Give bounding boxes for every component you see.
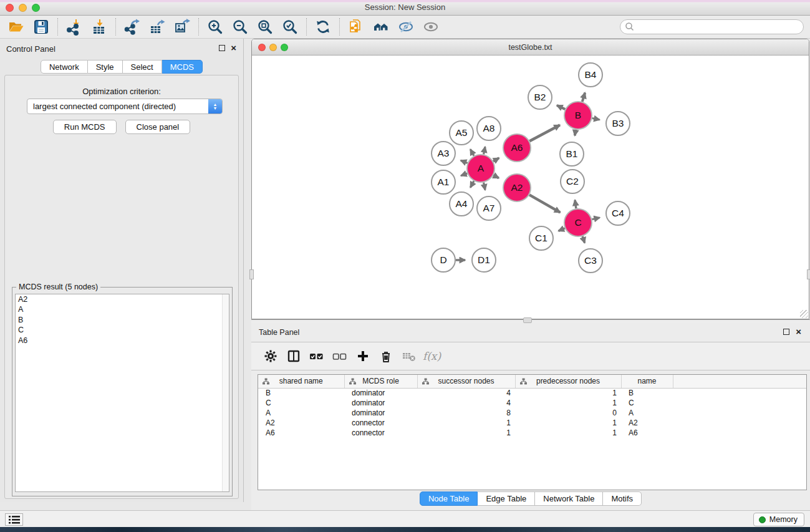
run-mcds-button[interactable]: Run MCDS <box>53 120 117 134</box>
table-tab-edge-table[interactable]: Edge Table <box>478 491 535 506</box>
export-network-button[interactable] <box>120 17 145 37</box>
tab-mcds[interactable]: MCDS <box>162 60 203 74</box>
table-cell[interactable]: connector <box>344 418 417 428</box>
table-row[interactable]: Adominator80A <box>258 408 806 418</box>
network-from-selection-button[interactable] <box>344 17 369 37</box>
hide-selected-button[interactable] <box>393 17 418 37</box>
table-cell[interactable]: A <box>621 408 673 418</box>
function-builder-button[interactable]: f(x) <box>420 346 443 366</box>
tab-network[interactable]: Network <box>41 60 88 74</box>
zoom-out-button[interactable] <box>228 17 253 37</box>
table-cell[interactable]: 1 <box>417 418 515 428</box>
memory-button[interactable]: Memory <box>753 513 804 526</box>
table-cell[interactable]: 1 <box>515 428 621 438</box>
mcds-result-item[interactable]: C <box>16 325 229 335</box>
table-row[interactable]: Cdominator41C <box>258 398 806 408</box>
graph-edge-A6-B[interactable] <box>529 125 560 141</box>
mcds-result-item[interactable]: A <box>16 304 229 314</box>
column-header-successor-nodes[interactable]: successor nodes <box>417 375 515 388</box>
table-cell[interactable]: A2 <box>621 418 673 428</box>
save-session-button[interactable] <box>29 17 54 37</box>
table-settings-button[interactable] <box>259 346 282 366</box>
table-cell[interactable]: 1 <box>417 428 515 438</box>
graph-edge-A-A5[interactable] <box>470 149 474 155</box>
select-all-columns-button[interactable] <box>305 346 328 366</box>
network-window-titlebar[interactable]: testGlobe.txt <box>252 39 809 56</box>
refresh-button[interactable] <box>311 17 335 37</box>
network-canvas[interactable]: B4B2BB3A8A5A6A3B1AA1C2A2A4A7C4CC1C3DD1 <box>252 56 809 319</box>
graph-edge-A-A1[interactable] <box>461 173 467 176</box>
table-tab-network-table[interactable]: Network Table <box>535 491 603 506</box>
graph-edge-B-B1[interactable] <box>575 130 576 136</box>
table-cell[interactable]: 1 <box>515 388 621 398</box>
table-cell[interactable]: dominator <box>344 398 417 408</box>
left-edge-handle[interactable] <box>249 269 254 279</box>
table-cell[interactable]: dominator <box>344 388 417 398</box>
column-header-MCDS-role[interactable]: MCDS role <box>344 375 417 388</box>
graph-edge-C-C4[interactable] <box>592 218 599 220</box>
graph-edge-A-A8[interactable] <box>484 147 485 154</box>
result-scrollbar[interactable] <box>222 294 229 491</box>
mcds-result-item[interactable]: B <box>16 315 229 325</box>
float-panel-icon[interactable] <box>219 45 225 51</box>
add-column-button[interactable] <box>351 346 374 366</box>
optimization-criterion-select[interactable]: largest connected component (directed) ▲… <box>27 99 223 114</box>
import-network-button[interactable] <box>62 17 87 37</box>
close-panel-icon[interactable]: × <box>231 45 236 51</box>
table-row[interactable]: Bdominator41B <box>258 388 806 398</box>
column-header-predecessor-nodes[interactable]: predecessor nodes <box>515 375 621 388</box>
table-cell[interactable]: dominator <box>344 408 417 418</box>
right-edge-handle[interactable] <box>807 269 810 279</box>
graph-edge-A2-C[interactable] <box>529 195 560 212</box>
graph-edge-B-B4[interactable] <box>582 93 585 102</box>
graph-edge-A-A3[interactable] <box>461 160 468 163</box>
import-table-button[interactable] <box>87 17 112 37</box>
table-cell[interactable]: A <box>258 408 344 418</box>
export-image-button[interactable] <box>170 17 195 37</box>
table-row[interactable]: A2connector11A2 <box>258 418 806 428</box>
graph-edge-C-C2[interactable] <box>575 200 576 208</box>
table-cell[interactable]: C <box>258 398 344 408</box>
open-session-button[interactable] <box>4 17 29 37</box>
delete-column-button[interactable] <box>374 346 397 366</box>
close-panel-button[interactable]: Close panel <box>125 120 191 134</box>
deselect-all-columns-button[interactable] <box>328 346 351 366</box>
first-neighbors-button[interactable] <box>369 17 393 37</box>
table-cell[interactable]: B <box>258 388 344 398</box>
float-table-panel-icon[interactable] <box>783 329 789 335</box>
graph-edge-B-B3[interactable] <box>592 118 600 120</box>
table-cell[interactable]: A2 <box>258 418 344 428</box>
graph-edge-C-C3[interactable] <box>582 236 584 243</box>
table-cell[interactable]: 1 <box>515 418 621 428</box>
splitter-handle[interactable] <box>523 317 532 323</box>
table-cell[interactable]: connector <box>344 428 417 438</box>
search-input[interactable] <box>620 19 804 34</box>
table-cell[interactable]: 1 <box>515 398 621 408</box>
table-cell[interactable]: 4 <box>417 398 515 408</box>
column-header-name[interactable]: name <box>621 375 673 388</box>
delete-table-button[interactable] <box>397 346 420 366</box>
table-cell[interactable]: 8 <box>417 408 515 418</box>
mcds-result-item[interactable]: A2 <box>16 294 229 304</box>
resize-grip-icon[interactable] <box>800 310 808 318</box>
table-cell[interactable]: B <box>621 388 673 398</box>
show-all-button[interactable] <box>418 17 443 37</box>
table-row[interactable]: A6connector11A6 <box>258 428 806 438</box>
zoom-in-button[interactable] <box>203 17 228 37</box>
table-tab-node-table[interactable]: Node Table <box>420 491 478 506</box>
close-table-panel-icon[interactable]: × <box>796 329 801 335</box>
graph-edge-B-B2[interactable] <box>557 105 565 109</box>
zoom-fit-button[interactable] <box>253 17 277 37</box>
table-tab-motifs[interactable]: Motifs <box>603 491 642 506</box>
table-cell[interactable]: 0 <box>515 408 621 418</box>
show-columns-button[interactable] <box>282 346 305 366</box>
graph-edge-A-A4[interactable] <box>470 181 474 187</box>
export-table-button[interactable] <box>145 17 170 37</box>
graph-edge-C-C1[interactable] <box>559 228 565 231</box>
table-cell[interactable]: 4 <box>417 388 515 398</box>
graph-edge-A-A2[interactable] <box>493 175 499 178</box>
table-cell[interactable]: A6 <box>258 428 344 438</box>
tab-style[interactable]: Style <box>88 60 123 74</box>
task-history-button[interactable] <box>5 513 23 526</box>
table-cell[interactable]: C <box>621 398 673 408</box>
